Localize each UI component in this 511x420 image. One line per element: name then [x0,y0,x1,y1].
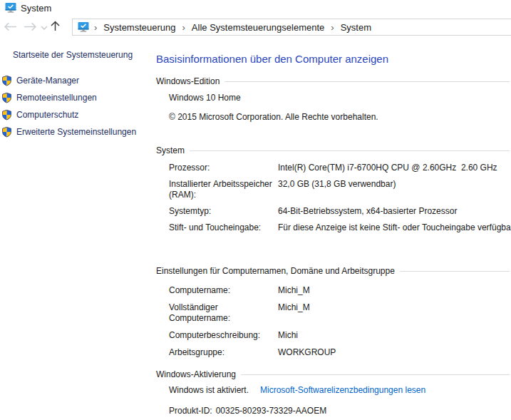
window-title: System [21,3,51,14]
section-header-windows-edition: Windows-Edition [156,76,510,86]
sidebar-item-geraete-manager[interactable]: Geräte-Manager [0,72,151,89]
section-title: System [156,145,190,155]
forward-button[interactable] [24,22,37,31]
row-value: Michi [278,330,508,341]
activation-status: Windows ist aktiviert. [169,385,249,395]
uac-shield-icon [1,75,12,86]
row-value: 64-Bit-Betriebssystem, x64-basierter Pro… [278,206,508,217]
table-row-systemtyp: Systemtyp: 64-Bit-Betriebssystem, x64-ba… [169,206,508,217]
section-header-computername: Einstellungen für Computernamen, Domäne … [156,265,510,276]
sidebar-task-list: Geräte-Manager Remoteeinstellungen Compu… [0,72,151,140]
breadcrumb-chevron-icon[interactable]: › [329,22,336,33]
product-id-label: Produkt-ID: [169,406,212,416]
table-row-prozessor: Prozessor: Intel(R) Core(TM) i7-6700HQ C… [169,163,508,173]
section-divider [190,150,510,151]
computer-icon [78,21,89,33]
section-title: Windows-Edition [156,76,224,86]
windows-copyright: © 2015 Microsoft Corporation. Alle Recht… [169,112,378,122]
uac-shield-icon [1,109,12,121]
forward-arrow-icon [24,22,37,31]
section-title: Einstellungen für Computernamen, Domäne … [156,266,400,276]
row-label: Systemtyp: [169,206,278,217]
page-title: Basisinformationen über den Computer anz… [156,53,388,65]
breadcrumb-item-alle-systemsteuerungselemente[interactable]: Alle Systemsteuerungselemente [190,22,326,33]
row-value: 32,0 GB (31,8 GB verwendbar) [278,179,508,200]
window-titlebar: System [0,0,511,16]
table-row-arbeitsgruppe: Arbeitsgruppe: WORKGROUP [169,347,508,358]
computer-name-table: Computername: Michi_M Vollständiger Comp… [169,285,508,364]
uac-shield-icon [1,92,12,103]
table-row-stift-toucheingabe: Stift- und Toucheingabe: Für diese Anzei… [169,222,508,233]
breadcrumb-chevron-icon[interactable]: › [92,22,99,33]
row-value: Michi_M [278,302,508,324]
breadcrumb-chevron-icon[interactable]: › [180,22,187,33]
system-window-icon[interactable] [5,2,16,14]
row-value: WORKGROUP [278,347,508,358]
row-value: Für diese Anzeige ist keine Stift- oder … [278,222,511,233]
product-id-value: 00325-80293-73329-AAOEM [216,406,326,416]
sidebar-item-label: Geräte-Manager [16,76,79,86]
row-label: Computerbeschreibung: [169,330,278,341]
row-label: Vollständiger Computername: [169,302,278,324]
section-divider [241,374,510,375]
sidebar-item-label: Remoteeinstellungen [16,93,97,103]
product-id-row: Produkt-ID:00325-80293-73329-AAOEM [169,406,326,416]
section-title: Windows-Aktivierung [156,369,241,379]
license-terms-link[interactable]: Microsoft-Softwarelizenzbedingungen lese… [260,385,425,395]
sidebar-item-remoteeinstellungen[interactable]: Remoteeinstellungen [0,89,151,106]
table-row-vollstaendiger-computername: Vollständiger Computername: Michi_M [169,302,508,324]
sidebar-item-control-panel-home[interactable]: Startseite der Systemsteuerung [13,50,133,60]
back-button[interactable] [4,22,17,31]
table-row-computerbeschreibung: Computerbeschreibung: Michi [169,330,508,341]
recent-locations-dropdown-button[interactable] [41,26,48,30]
row-label: Arbeitsgruppe: [169,347,278,358]
sidebar-item-label: Erweiterte Systemeinstellungen [16,127,136,137]
row-value: Intel(R) Core(TM) i7-6700HQ CPU @ 2.60GH… [278,163,508,173]
section-header-system: System [156,145,510,155]
sidebar-item-computerschutz[interactable]: Computerschutz [0,106,151,123]
row-label: Stift- und Toucheingabe: [169,222,278,233]
windows-edition-name: Windows 10 Home [169,93,241,103]
table-row-arbeitsspeicher: Installierter Arbeitsspeicher (RAM): 32,… [169,179,508,200]
up-button[interactable] [50,21,61,31]
uac-shield-icon [1,126,12,138]
sidebar-item-label: Computerschutz [16,110,78,120]
section-divider [400,271,510,272]
activation-status-row: Windows ist aktiviert. Microsoft-Softwar… [169,385,425,395]
breadcrumb-item-systemsteuerung[interactable]: Systemsteuerung [102,22,177,33]
address-bar[interactable]: › Systemsteuerung › Alle Systemsteuerung… [72,19,511,36]
back-arrow-icon [4,22,17,31]
row-label: Prozessor: [169,163,278,173]
section-header-windows-aktivierung: Windows-Aktivierung [156,369,510,379]
row-label: Installierter Arbeitsspeicher (RAM): [169,179,278,200]
section-divider [224,81,510,82]
breadcrumb-item-system[interactable]: System [339,22,373,33]
chevron-down-icon [41,26,48,30]
sidebar-item-erweiterte-systemeinstellungen[interactable]: Erweiterte Systemeinstellungen [0,123,151,140]
row-value: Michi_M [278,285,508,296]
row-label: Computername: [169,285,278,296]
system-info-table: Prozessor: Intel(R) Core(TM) i7-6700HQ C… [169,163,508,239]
up-arrow-icon [50,21,61,31]
table-row-computername: Computername: Michi_M [169,285,508,296]
main-content: Basisinformationen über den Computer anz… [156,41,511,420]
